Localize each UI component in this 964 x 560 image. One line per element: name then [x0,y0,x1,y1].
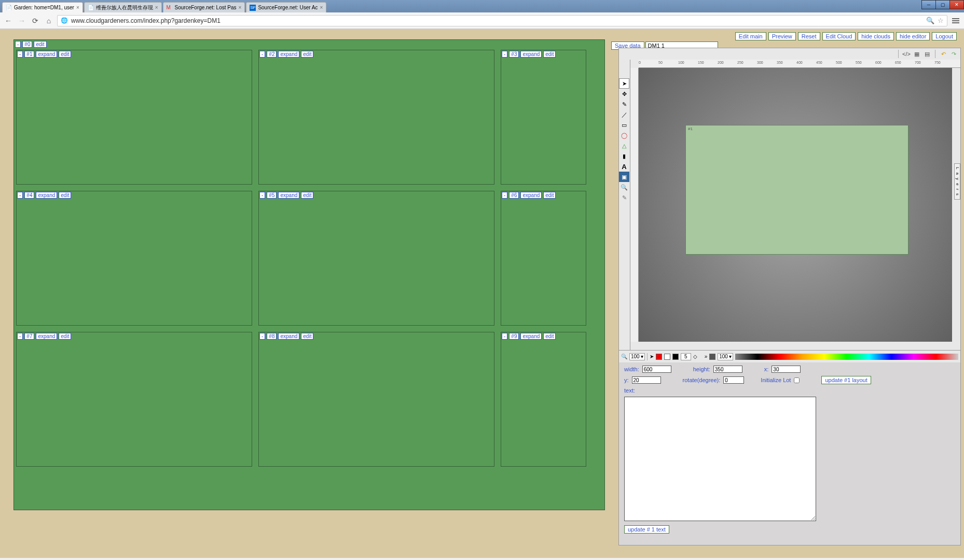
logout-button[interactable]: Logout [932,32,957,40]
y-input[interactable] [632,376,661,384]
expand-button[interactable]: expand [278,51,299,58]
edit-main-button[interactable]: Edit main [735,32,766,40]
collapse-button[interactable]: - [17,192,23,199]
lot: - #2 expand edit [258,50,494,185]
edit-button[interactable]: edit [34,41,46,48]
collapse-button[interactable]: - [17,333,23,340]
line-tool[interactable]: ／ [619,109,629,120]
shape-lib-tool[interactable]: ▮ [619,151,629,161]
expand-button[interactable]: expand [278,192,299,199]
canvas-area: 0501001502002503003504004505005506006507… [630,60,960,350]
collapse-button[interactable]: - [17,51,23,58]
redo-icon[interactable]: ↷ [949,49,958,59]
undo-icon[interactable]: ↶ [939,49,948,59]
edit-button[interactable]: edit [59,192,71,199]
reset-button[interactable]: Reset [798,32,820,40]
stroke-color[interactable] [672,354,679,360]
update-text-button[interactable]: update # 1 text [624,525,669,534]
collapse-button[interactable]: - [259,192,265,199]
back-button[interactable]: ← [3,16,13,26]
stroke-color-outer[interactable] [664,354,670,360]
canvas[interactable]: #1 [639,68,952,342]
ruler-tick: 150 [698,61,704,64]
edit-button[interactable]: edit [543,51,556,58]
x-input[interactable] [772,366,801,373]
wireframe-icon[interactable]: ▦ [912,49,921,59]
canvas-lot-rect[interactable]: #1 [685,125,908,255]
star-icon[interactable]: ☆ [938,17,944,24]
expand-button[interactable]: expand [36,333,57,340]
browser-tab[interactable]: M SourceForge.net: Lost Pas × [163,2,245,12]
image-tool[interactable]: ▣ [619,172,629,182]
color-spectrum[interactable] [735,354,958,360]
edit-button[interactable]: edit [543,192,556,199]
edit-button[interactable]: edit [59,51,71,58]
source-icon[interactable]: </> [902,49,911,59]
edit-button[interactable]: edit [301,51,313,58]
edit-cloud-button[interactable]: Edit Cloud [822,32,856,40]
ruler-vertical [630,68,639,342]
expand-button[interactable]: expand [36,51,57,58]
browser-tab[interactable]: 📄 Garden: home=DM1, user × [2,2,83,12]
rect-tool[interactable]: ▭ [619,120,629,130]
collapse-button[interactable]: - [259,333,265,340]
expand-button[interactable]: expand [520,333,542,340]
ellipse-tool[interactable]: ◯ [619,130,629,141]
width-input[interactable] [642,366,671,373]
stroke-style-icon[interactable]: ◇ [693,354,697,359]
expand-button[interactable]: expand [278,333,299,340]
edit-button[interactable]: edit [59,333,71,340]
tab-close-icon[interactable]: × [320,5,323,10]
layers-tab[interactable]: L a y e r s [954,163,960,200]
init-lot-checkbox[interactable] [794,377,800,383]
preview-button[interactable]: Preview [768,32,796,40]
collapse-button[interactable]: - [502,192,507,199]
rotate-input[interactable] [723,376,744,384]
select-tool[interactable]: ➤ [619,78,629,89]
bg-color[interactable] [709,354,715,360]
collapse-button[interactable]: - [259,51,265,58]
window-minimize-button[interactable]: ─ [921,0,936,9]
search-url-icon[interactable]: 🔍 [926,17,934,24]
reload-button[interactable]: ⟳ [30,16,40,26]
hide-clouds-button[interactable]: hide clouds [858,32,894,40]
forward-button[interactable]: → [17,16,27,26]
lot-text-input[interactable] [624,397,816,521]
fill-color[interactable] [656,354,662,360]
expand-button[interactable]: expand [520,51,542,58]
browser-tab[interactable]: SF SourceForge.net: User Ac × [246,2,326,12]
edit-button[interactable]: edit [543,333,556,340]
zoom-input[interactable]: 100▾ [629,353,645,360]
height-input[interactable] [713,366,742,373]
lasso-tool[interactable]: ✥ [619,89,629,99]
browser-tab[interactable]: 📄 维吾尔族人在昆明生存现 × [84,2,162,12]
globe-icon: 🌐 [61,17,68,24]
window-close-button[interactable]: ✕ [949,0,964,9]
collapse-button[interactable]: - [15,41,21,48]
hide-editor-button[interactable]: hide editor [896,32,930,40]
zoom-tool[interactable]: 🔍 [619,182,629,192]
url-bar[interactable]: 🌐 www.cloudgardeners.com/index.php?garde… [57,15,947,26]
tab-close-icon[interactable]: × [155,5,158,10]
grid-icon[interactable]: ▤ [922,49,932,59]
window-maximize-button[interactable]: ▢ [935,0,950,9]
tab-close-icon[interactable]: × [239,5,242,10]
expand-button[interactable]: expand [36,192,57,199]
collapse-button[interactable]: - [502,51,507,58]
ruler-tick: 650 [895,61,901,64]
edit-button[interactable]: edit [301,192,313,199]
expand-button[interactable]: expand [520,192,542,199]
chrome-menu-button[interactable] [951,18,961,23]
opacity-input[interactable]: 100▾ [718,353,733,360]
eyedropper-tool[interactable]: ✎ [619,192,629,203]
tab-title: SourceForge.net: Lost Pas [175,5,237,10]
update-layout-button[interactable]: update #1 layout [821,376,871,384]
path-tool[interactable]: △ [619,141,629,151]
stroke-width[interactable]: 5 [681,353,691,360]
home-button[interactable]: ⌂ [44,16,54,26]
collapse-button[interactable]: - [502,333,507,340]
edit-button[interactable]: edit [301,333,313,340]
pencil-tool[interactable]: ✎ [619,99,629,109]
tab-close-icon[interactable]: × [76,5,79,10]
text-tool[interactable]: A [619,161,629,172]
